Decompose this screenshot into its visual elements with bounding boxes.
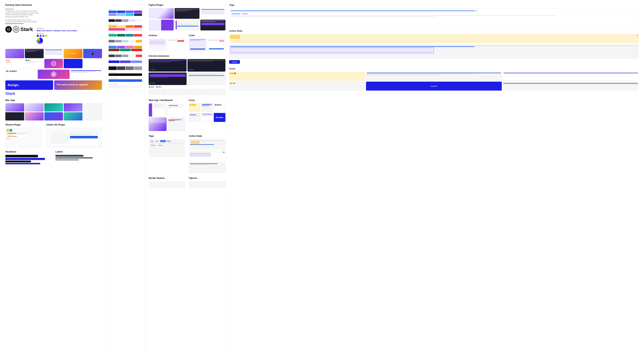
figures-content xyxy=(189,181,226,188)
links-section: Links xyxy=(189,34,226,51)
tag-2: Label xyxy=(154,140,160,142)
mosaic-r2-2 xyxy=(38,70,70,79)
active-state-content xyxy=(189,139,226,173)
icons-section: Icons xyxy=(189,99,226,131)
palette-forms-label: FORMS xyxy=(108,53,142,54)
mosaic-6: GDPR 34,200 +87 70% xyxy=(5,59,24,68)
mac-thumb-9 xyxy=(64,112,82,121)
chrome-ratio-display-row: 20.75:1 20.75:1 xyxy=(149,86,226,88)
active-state-large-content: Annotate xyxy=(229,34,639,64)
web-app-title: Web App / Dashboard xyxy=(149,99,185,102)
actions-section: Actions xyxy=(149,34,185,51)
adobe-xd-thumb xyxy=(46,128,102,148)
tag-active: Active xyxy=(160,140,166,142)
mosaic-8 xyxy=(44,59,63,68)
active-state-title: Active State xyxy=(189,135,226,137)
swatch-iconpurple xyxy=(117,46,125,48)
mosaic-7 xyxy=(25,59,44,68)
adobe-xd-title: Adobe XD Plugin xyxy=(46,123,102,126)
figma-thumb-3 xyxy=(200,8,226,19)
palette-base-swatches-2 xyxy=(108,14,142,16)
headline-bar-3 xyxy=(5,161,31,162)
swatch-iconblue xyxy=(108,46,117,48)
chrome-small-2 xyxy=(168,89,186,95)
icon-group-6: Annotate xyxy=(214,113,226,122)
chrome-ext-title: Chrome Extension xyxy=(149,55,226,57)
icons-large-section: Icons xyxy=(229,67,639,91)
colors-panel: BASE NEUTRAL xyxy=(106,4,145,354)
assign-text: Assign, xyxy=(8,83,19,87)
figma-thumb-6 xyxy=(200,20,226,31)
palette-neutral-swatches xyxy=(108,19,142,22)
chrome-thumb-2: 11.76:1 xyxy=(188,59,226,72)
tags-large-content: Manage team Settings xyxy=(229,8,639,26)
chrome-ratio-2: 11.76:1 xyxy=(188,69,194,71)
palette-misc-swatches xyxy=(108,61,142,63)
brand-top-row: Stark Stark Brand Make the world's softw… xyxy=(5,26,102,47)
swatch-cyan xyxy=(126,14,134,16)
palette-icons-label: ICONS xyxy=(108,44,142,45)
active-btn-label: Annotate xyxy=(232,61,237,63)
headlines-title: Headlines xyxy=(5,150,52,153)
icons-lg-3 xyxy=(503,72,639,81)
palette-icons: ICONS xyxy=(108,44,142,51)
icons-lg-4 xyxy=(229,82,365,91)
brand-description: Stark Brand We make tools for a more acc… xyxy=(5,8,102,18)
swatch-formgray3 xyxy=(122,55,128,57)
headlines-labels-row: Headlines Labels xyxy=(5,150,102,164)
palette-type: TYPE xyxy=(108,38,142,43)
existing-stark-title: Existing Stark Elements xyxy=(5,4,102,6)
palette-backgrounds: BACKGROUNDS xyxy=(108,84,142,88)
brand-pie-chart xyxy=(37,38,43,44)
swatch-iconred xyxy=(131,49,142,51)
swatch-iconbrown xyxy=(108,49,120,51)
swatch-lightblue xyxy=(117,14,125,16)
icons-large-grid: Annotate xyxy=(229,72,639,91)
mosaic-4: SwiftUI xyxy=(64,49,82,58)
mac-app-grid-row2 xyxy=(5,112,102,121)
swatch-typelight xyxy=(128,40,135,43)
active-large-thumb-2 xyxy=(229,44,639,59)
icons-lg-6 xyxy=(503,82,639,91)
palette-buttons-label: BUTTONS xyxy=(108,33,142,34)
active-state-section: Active State xyxy=(189,135,226,173)
palette-base-label: BASE xyxy=(108,9,142,10)
labels-section: Labels xyxy=(56,150,102,164)
palette-notifications-swatches-2 xyxy=(108,28,142,31)
swatch-iconpink xyxy=(126,46,134,48)
right-panels: Figma Plugin xyxy=(145,4,226,354)
mosaic-9 xyxy=(64,59,82,68)
icons-title: Icons xyxy=(189,99,226,102)
chrome-small-3 xyxy=(188,89,206,95)
stark-wordmark: Stark xyxy=(5,91,102,96)
stark-wordmark-large: Stark xyxy=(20,27,33,32)
swatch-bg1 xyxy=(108,85,125,88)
figures-title: Figures xyxy=(189,177,226,179)
mac-thumb-5 xyxy=(83,103,102,112)
active-state-large-section: Active State Annotate xyxy=(229,30,639,64)
swatch-lightpink xyxy=(126,28,142,31)
stark-mosaic-grid: SwiftUI 📱 GDPR 34,200 +87 70% xyxy=(5,49,102,68)
mosaic-3 xyxy=(44,49,63,58)
tags-large-row-1 xyxy=(231,10,637,12)
tags-row-3: Default Neutral xyxy=(150,144,184,146)
swatch-darkgray xyxy=(115,19,122,22)
swatch-misc3 xyxy=(131,61,142,63)
active-state-thumb-2 xyxy=(189,151,226,161)
links-thumb-2 xyxy=(207,39,226,51)
brand-detail3: Design your app with accessibility in mi… xyxy=(5,16,102,18)
brand-year: 2022 xyxy=(37,44,100,46)
brand-card-main: Stark Brand Make the world's software mo… xyxy=(35,26,102,47)
figma-plugin-section: Figma Plugin xyxy=(149,4,226,31)
swatch-lightgray xyxy=(128,19,135,22)
tag-3: More xyxy=(166,140,172,142)
brand-detail: Founded on the belief that good design i… xyxy=(5,12,102,14)
swatch-darkblue xyxy=(117,11,125,13)
mosaic-r2-1 xyxy=(5,70,37,79)
links-thumb-1 xyxy=(189,39,206,51)
mac-thumb-10 xyxy=(83,112,102,121)
figma-thumb-2 xyxy=(174,8,200,19)
assign-banner: Assign, xyxy=(5,80,53,90)
chrome-thumb-4 xyxy=(188,73,226,85)
tag-1: Tag xyxy=(150,140,154,142)
